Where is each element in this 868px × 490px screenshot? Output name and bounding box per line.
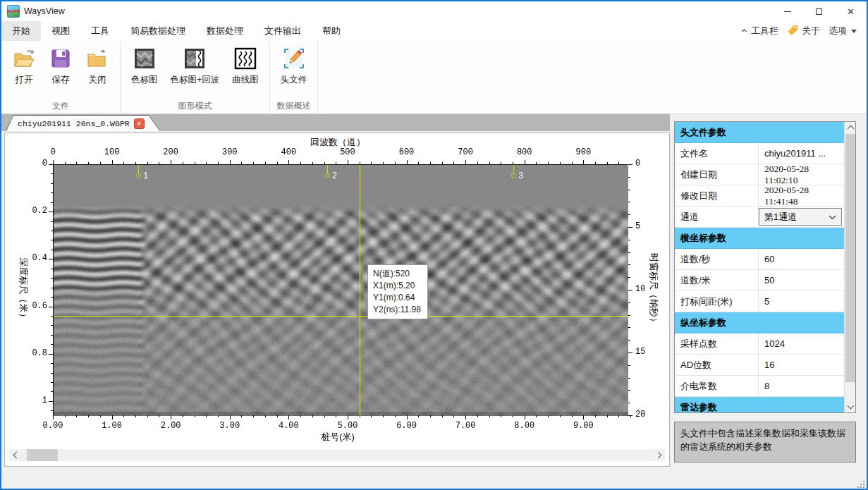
tab-close-button[interactable]: ×	[134, 118, 145, 129]
bottom-axis-tick-label: 7.00	[444, 421, 487, 431]
save-floppy-icon	[49, 47, 73, 71]
hscroll-track[interactable]	[21, 449, 653, 461]
bottom-axis-tick	[218, 415, 219, 417]
row-value[interactable]: 2020-05-28 11:41:48	[759, 185, 844, 206]
bottom-axis-tick	[383, 415, 384, 417]
left-axis-tick	[51, 221, 53, 222]
horizontal-scrollbar[interactable]	[9, 449, 665, 461]
row-value[interactable]: 60	[759, 249, 844, 269]
radargram-plot[interactable]: 123	[53, 164, 628, 415]
menu-tab-1[interactable]: 开始	[1, 21, 41, 41]
menu-tab-7[interactable]: 帮助	[312, 21, 351, 41]
about-label: 关于	[802, 25, 820, 37]
resize-grip[interactable]	[857, 481, 864, 488]
left-axis-tick	[51, 382, 53, 383]
ribbon-button-色标图[interactable]: 色标图	[125, 44, 164, 89]
row-value[interactable]: 1024	[759, 333, 844, 354]
left-axis-tick	[49, 401, 53, 402]
row-value[interactable]: 5	[759, 291, 844, 312]
left-axis-tick	[51, 192, 53, 193]
ribbon-group-name: 图形模式	[121, 100, 269, 112]
menu-tabs: 开始视图工具简易数据处理数据处理文件输出帮助	[1, 21, 351, 41]
ribbon-button-头文件[interactable]: 头文件	[274, 44, 314, 89]
menu-tab-6[interactable]: 文件输出	[254, 21, 312, 41]
right-axis-tick	[628, 340, 630, 341]
toolbar-toggle[interactable]: 工具栏	[738, 25, 781, 37]
top-axis-tick	[324, 162, 325, 164]
top-axis-tick	[525, 160, 525, 164]
table-row: 文件名chiyu201911 ...	[675, 143, 844, 164]
bottom-axis-tick	[583, 415, 584, 419]
scroll-down-arrow[interactable]	[845, 401, 856, 412]
left-axis-tick	[51, 250, 53, 250]
bottom-axis-tick	[407, 415, 408, 419]
row-value[interactable]: 16	[759, 355, 844, 375]
scroll-right-arrow[interactable]	[653, 449, 665, 461]
parameter-panel: 头文件参数文件名chiyu201911 ...创建日期2020-05-28 11…	[674, 121, 856, 413]
top-axis-tick	[88, 162, 89, 164]
bottom-axis-tick	[230, 415, 231, 419]
row-value[interactable]: 8	[759, 376, 844, 396]
bottom-axis-tick	[477, 415, 478, 417]
bottom-axis-tick	[595, 415, 596, 417]
ribbon-button-label: 头文件	[281, 74, 307, 86]
scroll-up-arrow[interactable]	[845, 122, 856, 133]
vscroll-thumb[interactable]	[845, 134, 855, 382]
bottom-axis-tick	[135, 415, 136, 417]
left-axis-tick	[51, 363, 53, 364]
chevron-up-icon	[740, 26, 748, 37]
row-value[interactable]: chiyu201911 ...	[759, 143, 844, 164]
left-axis-tick	[49, 354, 53, 355]
top-axis-tick	[336, 162, 336, 164]
curve-icon	[233, 47, 257, 71]
left-axis-tick-label: 1	[20, 396, 47, 405]
vertical-scrollbar[interactable]	[844, 122, 855, 412]
bottom-axis-tick	[112, 415, 113, 419]
bottom-axis-tick	[206, 415, 207, 417]
menu-tab-3[interactable]: 工具	[80, 21, 120, 41]
bottom-axis-tick	[159, 415, 159, 417]
ribbon-button-保存[interactable]: 保存	[42, 44, 79, 89]
combobox-value: 第1通道	[764, 211, 797, 223]
scroll-left-arrow[interactable]	[9, 449, 21, 461]
row-value[interactable]: 50	[759, 270, 844, 290]
table-row: 采样点数1024	[675, 333, 844, 355]
top-axis-tick	[147, 162, 148, 164]
ribbon-button-关闭[interactable]: 关闭	[79, 44, 116, 89]
hscroll-thumb[interactable]	[27, 449, 58, 461]
right-axis-tick	[628, 177, 630, 178]
menu-tab-2[interactable]: 视图	[41, 21, 80, 41]
top-axis-tick	[430, 162, 431, 164]
document-tab[interactable]: chiyu201911 20ns_0.WGPR ×	[6, 115, 161, 131]
app-icon: WGPR	[7, 5, 20, 18]
crosshair-horizontal	[54, 316, 628, 317]
top-axis-tick	[241, 162, 242, 164]
ribbon-group-3: 头文件数据概述	[270, 41, 319, 114]
top-axis-tick	[501, 162, 501, 164]
top-axis-tick-label: 0	[35, 147, 71, 157]
radargram-canvas[interactable]	[54, 165, 628, 416]
chevron-up-icon	[847, 125, 854, 133]
ribbon-button-打开[interactable]: 打开	[6, 44, 42, 89]
right-axis-tick	[628, 315, 630, 316]
menu-tab-5[interactable]: 数据处理	[196, 21, 254, 41]
toolbar-toggle-label: 工具栏	[751, 25, 778, 37]
row-label: 通道	[675, 207, 759, 227]
bottom-axis-tick-label: 8.00	[503, 421, 546, 431]
bottom-axis-title: 桩号(米)	[5, 431, 671, 443]
menu-tab-4[interactable]: 简易数据处理	[120, 21, 196, 41]
channel-combobox[interactable]: 第1通道	[759, 208, 842, 226]
options-button[interactable]: 选项	[826, 25, 860, 37]
ribbon-button-色标图+回波[interactable]: 色标图+回波	[164, 44, 226, 89]
bottom-axis-tick	[371, 415, 372, 417]
close-button[interactable]: ✕	[835, 1, 867, 21]
row-value[interactable]: 2020-05-28 11:02:10	[759, 164, 844, 185]
top-axis-tick	[112, 160, 113, 164]
row-label: 文件名	[675, 143, 759, 164]
top-axis-tick	[135, 162, 136, 164]
maximize-button[interactable]	[803, 1, 835, 21]
marker-pin-icon	[511, 173, 516, 178]
about-button[interactable]: 关于	[784, 25, 823, 37]
ribbon-button-曲线图[interactable]: 曲线图	[226, 44, 265, 89]
minimize-button[interactable]	[771, 1, 803, 21]
